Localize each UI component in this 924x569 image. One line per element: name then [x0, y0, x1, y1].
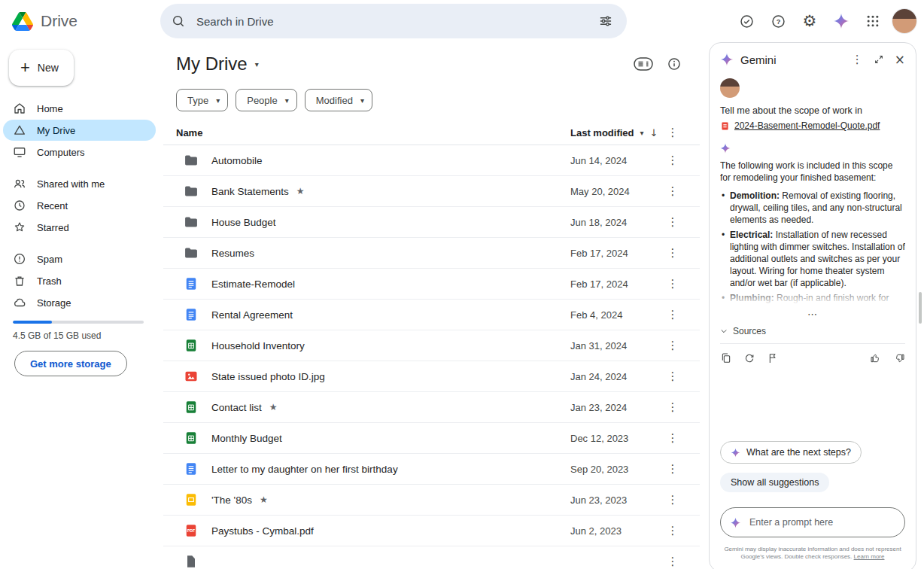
- prompt-file-chip[interactable]: 2024-Basement-Remodel-Quote.pdf: [720, 120, 905, 131]
- thumbs-down-button[interactable]: [893, 352, 905, 364]
- file-row-estimate-remodel[interactable]: PDF Estimate-Remodel ★ Feb 17, 2024 ⋮: [163, 269, 700, 300]
- file-row-resumes[interactable]: PDF Resumes ★ Feb 17, 2024 ⋮: [163, 238, 700, 269]
- file-row-contact-list[interactable]: PDF Contact list ★ Jan 23, 2024 ⋮: [163, 392, 700, 423]
- file-more-button[interactable]: ⋮: [664, 431, 682, 445]
- file-more-button[interactable]: ⋮: [664, 339, 682, 352]
- file-row-household-inventory[interactable]: PDF Household Inventory ★ Jan 31, 2024 ⋮: [163, 330, 700, 361]
- sidebar-item-starred[interactable]: Starred: [3, 217, 156, 238]
- thumbs-up-button[interactable]: [870, 352, 882, 364]
- sort-descending-icon[interactable]: ↓: [650, 127, 658, 138]
- top-bar: Drive ? ⚙: [0, 0, 924, 42]
- star-icon[interactable]: ★: [269, 402, 278, 412]
- filter-chip-type[interactable]: Type ▾: [176, 89, 228, 111]
- sidebar-item-recent[interactable]: Recent: [3, 195, 156, 216]
- file-more-button[interactable]: ⋮: [664, 277, 682, 291]
- home-icon: [13, 102, 26, 115]
- regenerate-button[interactable]: [743, 352, 755, 364]
- file-name: Paystubs - Cymbal.pdf: [211, 525, 314, 537]
- file-name: 'The '80s: [211, 494, 252, 506]
- file-more-button[interactable]: ⋮: [664, 215, 682, 229]
- file-row-bank-statements[interactable]: PDF Bank Statements ★ May 20, 2024 ⋮: [163, 176, 700, 207]
- get-more-storage-button[interactable]: Get more storage: [14, 351, 127, 376]
- show-more-indicator[interactable]: ⋯: [720, 309, 905, 320]
- view-toggle-button[interactable]: [634, 56, 653, 72]
- file-more-button[interactable]: ⋮: [664, 524, 682, 537]
- file-modified: May 20, 2024: [570, 186, 664, 197]
- column-name[interactable]: Name: [176, 127, 570, 138]
- file-more-button[interactable]: ⋮: [664, 462, 682, 476]
- chevron-down-icon: ▾: [255, 60, 259, 68]
- column-options-button[interactable]: ⋮: [664, 126, 682, 139]
- sidebar-item-home[interactable]: Home: [3, 98, 156, 119]
- file-more-button[interactable]: ⋮: [664, 400, 682, 414]
- support-button[interactable]: ?: [764, 8, 792, 35]
- learn-more-link[interactable]: Learn more: [854, 553, 885, 560]
- close-button[interactable]: ×: [895, 53, 905, 66]
- plus-icon: +: [20, 59, 30, 76]
- file-row-rental-agreement[interactable]: PDF Rental Agreement ★ Feb 4, 2024 ⋮: [163, 300, 700, 330]
- file-more-button[interactable]: ⋮: [664, 184, 682, 198]
- offline-status-button[interactable]: [733, 8, 760, 35]
- new-button[interactable]: + New: [9, 50, 74, 86]
- file-row-the-80s[interactable]: PDF 'The '80s ★ Jun 23, 2023 ⋮: [163, 485, 700, 516]
- panel-scrollbar-thumb[interactable]: [919, 292, 922, 324]
- details-button[interactable]: [667, 56, 682, 72]
- prompt-input[interactable]: [748, 516, 895, 528]
- file-row-13[interactable]: PDF ★ ⋮: [163, 546, 700, 569]
- file-row-state-issued-photo-id-jpg[interactable]: PDF State issued photo ID.jpg ★ Jan 24, …: [163, 361, 700, 392]
- copy-button[interactable]: [720, 352, 732, 364]
- file-more-button[interactable]: ⋮: [664, 154, 682, 167]
- apps-grid-button[interactable]: [859, 8, 886, 35]
- drive-logo[interactable]: Drive: [12, 0, 78, 42]
- file-row-paystubs-cymbal-pdf[interactable]: PDF Paystubs - Cymbal.pdf ★ Jun 2, 2023 …: [163, 516, 700, 546]
- file-row-house-budget[interactable]: PDF House Budget ★ Jun 18, 2024 ⋮: [163, 207, 700, 238]
- suggestion-chip[interactable]: What are the next steps?: [720, 441, 862, 464]
- gemini-spark-icon: [833, 13, 850, 29]
- file-more-button[interactable]: ⋮: [664, 555, 682, 568]
- file-more-button[interactable]: ⋮: [664, 246, 682, 260]
- storage-usage-text: 4.5 GB of 15 GB used: [13, 330, 163, 341]
- star-icon[interactable]: ★: [260, 494, 268, 505]
- sidebar-item-computers[interactable]: Computers: [3, 141, 156, 163]
- prompt-input-box[interactable]: [720, 507, 905, 537]
- sidebar-item-storage[interactable]: Storage: [3, 292, 156, 313]
- file-more-button[interactable]: ⋮: [664, 370, 682, 383]
- filter-chip-people[interactable]: People ▾: [236, 89, 297, 111]
- sidebar-item-trash[interactable]: Trash: [3, 270, 156, 291]
- search-input[interactable]: [195, 14, 592, 29]
- gemini-button[interactable]: [828, 8, 855, 35]
- flag-icon: [767, 352, 779, 364]
- file-modified: Feb 17, 2024: [570, 248, 664, 259]
- account-button[interactable]: [891, 8, 918, 35]
- close-icon: ×: [895, 53, 905, 66]
- sources-toggle[interactable]: Sources: [720, 326, 905, 344]
- svg-text:?: ?: [776, 18, 780, 26]
- sidebar-item-spam[interactable]: Spam: [3, 248, 156, 269]
- sidebar-nav: Home My Drive Computers Shared with me R…: [0, 98, 163, 313]
- star-icon[interactable]: ★: [296, 186, 305, 196]
- file-modified: Feb 17, 2024: [570, 278, 664, 290]
- file-row-letter-to-my-daughter-on-her-first-birthday[interactable]: PDF Letter to my daughter on her first b…: [163, 454, 700, 485]
- search-bar[interactable]: [160, 4, 627, 38]
- settings-button[interactable]: ⚙: [796, 8, 823, 35]
- advanced-search-button[interactable]: [592, 8, 619, 35]
- flag-button[interactable]: [767, 352, 779, 364]
- file-more-button[interactable]: ⋮: [664, 308, 682, 321]
- show-all-suggestions-button[interactable]: Show all suggestions: [720, 473, 829, 492]
- chevron-down-icon: ▾: [640, 129, 644, 137]
- filter-chips: Type ▾ People ▾ Modified ▾: [163, 81, 700, 120]
- page-title[interactable]: My Drive ▾: [176, 53, 259, 75]
- file-row-monthly-budget[interactable]: PDF Monthly Budget ★ Dec 12, 2023 ⋮: [163, 423, 700, 454]
- sidebar: + New Home My Drive Computers Shared wit…: [0, 42, 163, 569]
- file-more-button[interactable]: ⋮: [664, 493, 682, 507]
- file-modified: Jun 2, 2023: [570, 525, 664, 537]
- panel-more-button[interactable]: ⋮: [852, 54, 863, 65]
- file-row-automobile[interactable]: PDF Automobile ★ Jun 14, 2024 ⋮: [163, 145, 700, 176]
- column-last-modified[interactable]: Last modified ▾ ↓: [570, 127, 664, 138]
- svg-text:PDF: PDF: [187, 528, 195, 533]
- filter-chip-modified[interactable]: Modified ▾: [305, 89, 372, 111]
- expand-button[interactable]: [874, 54, 884, 65]
- sidebar-item-my-drive[interactable]: My Drive: [3, 120, 156, 141]
- more-vert-icon: ⋮: [667, 431, 679, 445]
- sidebar-item-shared-with-me[interactable]: Shared with me: [3, 173, 156, 194]
